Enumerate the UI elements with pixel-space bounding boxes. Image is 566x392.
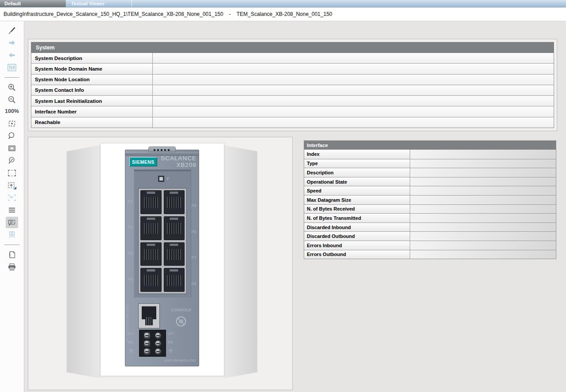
- port-label: P5: [190, 204, 197, 208]
- device: SIEMENS SCALANCE XB208 F P1 TO P8 FOR LA…: [125, 150, 199, 366]
- tab-default[interactable]: Default: [0, 0, 66, 7]
- row-value: [153, 85, 554, 95]
- zoom-level-label[interactable]: 100%: [5, 106, 19, 116]
- table-row[interactable]: Index: [304, 150, 556, 159]
- settings-sliders-icon[interactable]: [6, 62, 18, 73]
- table-row[interactable]: Reachable: [31, 117, 554, 128]
- table-row[interactable]: System Node Domain Name: [31, 63, 554, 74]
- comment-tool-icon[interactable]: [6, 217, 18, 228]
- table-row[interactable]: N. of Bytes Transmitted: [304, 213, 556, 222]
- fault-led-label: F: [167, 177, 170, 181]
- back-arrow-icon[interactable]: [6, 49, 18, 61]
- row-label: System Description: [31, 53, 153, 63]
- table-row[interactable]: System Description: [31, 53, 554, 63]
- select-area-icon[interactable]: [6, 167, 18, 179]
- zoom-out-icon[interactable]: [6, 94, 18, 106]
- table-row[interactable]: Discarded Inbound: [304, 222, 556, 232]
- interface-table: Interface IndexTypeDescriptionOperationa…: [304, 140, 556, 259]
- terminal-screw: [144, 332, 150, 339]
- zoom-check-icon[interactable]: [6, 155, 18, 166]
- table-row[interactable]: System Last Reinitialization: [31, 95, 554, 106]
- port-label: P8: [190, 282, 197, 286]
- console-port-opening: [142, 306, 156, 325]
- printer-icon[interactable]: [6, 261, 18, 273]
- pages-icon[interactable]: [6, 249, 18, 260]
- port-label: P6: [190, 230, 197, 234]
- row-value: [153, 106, 554, 117]
- row-value: [410, 205, 556, 214]
- toolbar: 100%: [0, 21, 24, 392]
- breadcrumb: BuildingInfrastructure_Device_Scalance_1…: [0, 8, 566, 21]
- row-label: Discarded Inbound: [304, 223, 410, 232]
- layers-lines-icon[interactable]: [6, 204, 18, 216]
- row-label: Reachable: [31, 117, 153, 128]
- ethernet-ports-block: [138, 188, 187, 294]
- article-number-label: 6GK5 208-0BA00-2TB2: [164, 359, 196, 362]
- pen-icon[interactable]: [6, 25, 18, 36]
- row-value: [410, 177, 556, 186]
- product-line-label: SCALANCE: [161, 155, 196, 162]
- system-table-body: System DescriptionSystem Node Domain Nam…: [31, 53, 554, 128]
- row-value: [153, 117, 554, 128]
- select-region-icon[interactable]: [6, 192, 18, 204]
- table-row[interactable]: Errors Outbound: [304, 250, 556, 259]
- window-zoom-icon[interactable]: [6, 143, 18, 154]
- table-row[interactable]: Max Datagram Size: [304, 195, 556, 204]
- row-label: Description: [304, 168, 410, 177]
- row-value: [410, 214, 556, 222]
- port-label: P2: [127, 225, 134, 230]
- siemens-logo: SIEMENS: [129, 157, 157, 166]
- row-value: [410, 159, 556, 168]
- device-panel: SIEMENS SCALANCE XB208 F P1 TO P8 FOR LA…: [28, 137, 293, 390]
- table-row[interactable]: Description: [304, 168, 556, 177]
- table-row[interactable]: System Contact Info: [31, 85, 554, 95]
- table-row[interactable]: Interface Number: [31, 106, 554, 117]
- terminal-screw: [144, 340, 150, 347]
- console-port: [138, 303, 160, 328]
- tab-bar: Default Textual Viewer: [0, 0, 566, 8]
- magnifier-icon[interactable]: [6, 130, 18, 142]
- terminal-screw: [144, 348, 150, 354]
- row-label: System Last Reinitialization: [31, 96, 153, 106]
- pan-icon[interactable]: [6, 180, 18, 191]
- row-value: [410, 150, 556, 159]
- table-row[interactable]: Discarded Outbound: [304, 231, 556, 241]
- row-label: Operational State: [304, 177, 410, 186]
- table-row[interactable]: N. of Bytes Received: [304, 204, 556, 214]
- row-value: [153, 53, 554, 63]
- rj45-port: [164, 268, 185, 292]
- system-panel: System System DescriptionSystem Node Dom…: [28, 39, 557, 131]
- row-label: Interface Number: [31, 106, 153, 117]
- fault-led: [158, 176, 164, 182]
- table-row[interactable]: Type: [304, 159, 556, 168]
- ground-icon: [128, 348, 134, 354]
- terminal-screw: [155, 340, 161, 347]
- no-phone-icon: [175, 315, 187, 328]
- breadcrumb-path: BuildingInfrastructure_Device_Scalance_1…: [4, 11, 223, 17]
- interface-table-title: Interface: [304, 141, 556, 150]
- table-row[interactable]: Operational State: [304, 177, 556, 186]
- zoom-in-icon[interactable]: [6, 82, 18, 93]
- table-row[interactable]: System Node Location: [31, 74, 554, 85]
- camera-tripod-icon[interactable]: [6, 229, 18, 241]
- row-label: Speed: [304, 186, 410, 195]
- row-value: [153, 75, 554, 85]
- row-label: Type: [304, 159, 410, 168]
- fit-view-icon[interactable]: [6, 118, 18, 129]
- row-value: [410, 223, 556, 232]
- port-label: P1: [127, 199, 134, 204]
- row-label: Discarded Outbound: [304, 232, 410, 241]
- tab-textual-viewer[interactable]: Textual Viewer: [67, 0, 132, 7]
- table-row[interactable]: Errors Inbound: [304, 241, 556, 250]
- model-number-label: XB208: [161, 162, 196, 168]
- forward-arrow-icon[interactable]: [6, 37, 18, 49]
- table-row[interactable]: Speed: [304, 186, 556, 195]
- rj45-port: [140, 242, 162, 266]
- row-value: [410, 250, 556, 259]
- row-label: Max Datagram Size: [304, 196, 410, 204]
- perspective-wing-left: [67, 145, 100, 378]
- device-image-card: SIEMENS SCALANCE XB208 F P1 TO P8 FOR LA…: [100, 143, 224, 376]
- rj45-port: [140, 216, 162, 240]
- row-value: [410, 168, 556, 177]
- row-label: Errors Inbound: [304, 241, 410, 250]
